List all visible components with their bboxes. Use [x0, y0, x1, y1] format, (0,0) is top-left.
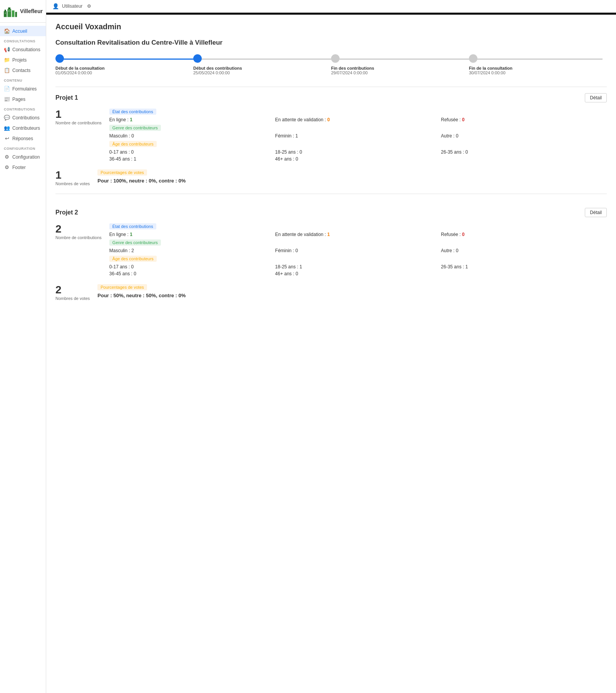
project-1-pourcentages-tag: Pourcentages de votes	[97, 169, 147, 176]
section-label-contributions: CONTRIBUTIONS	[0, 104, 46, 112]
project-2-contribution-details: État des contributions En ligne : 1 En a…	[109, 223, 607, 278]
svg-rect-0	[4, 11, 7, 17]
project-2-contributions-row: 2 Nombre de contributions État des contr…	[55, 223, 607, 278]
project-1-header: Projet 1 Détail	[55, 93, 607, 102]
project-1-contributions-row: 1 Nombre de contributions État des contr…	[55, 109, 607, 163]
contacts-icon: 📋	[4, 67, 10, 73]
project-2-age-36-45-value: 0	[134, 271, 136, 276]
project-1-vote-count: 1	[55, 169, 90, 181]
reponses-icon: ↩	[4, 136, 10, 141]
sidebar-label-formulaires: Formulaires	[12, 86, 37, 92]
sidebar-label-projets: Projets	[12, 57, 27, 63]
logo-text: Villefleur	[20, 8, 43, 14]
timeline: Début de la consultation 01/05/2024 0:00…	[55, 54, 607, 75]
project-1-etat-tag: État des contributions	[109, 109, 156, 115]
project-1-section: Projet 1 Détail 1 Nombre de contribution…	[55, 87, 607, 186]
timeline-step-4: Fin de la consultation 30/07/2024 0:00:0…	[469, 54, 607, 75]
svg-rect-7	[8, 10, 9, 12]
project-1-age-46plus: 46+ ans : 0	[275, 156, 441, 162]
project-1-autre-value: 0	[456, 133, 459, 139]
timeline-label-3: Fin des contributions	[331, 66, 374, 70]
project-2-feminin: Féminin : 0	[275, 248, 441, 253]
page-title: Accueil Voxadmin	[55, 22, 607, 31]
sidebar-label-configuration: Configuration	[12, 154, 40, 160]
project-2-contribution-count-block: 2 Nombre de contributions	[55, 223, 109, 240]
svg-rect-1	[7, 9, 11, 17]
main-content: Accueil Voxadmin Consultation Revitalisa…	[46, 15, 616, 693]
project-1-age-46plus-value: 0	[296, 156, 298, 162]
projets-icon: 📁	[4, 57, 10, 63]
svg-rect-3	[15, 12, 17, 17]
timeline-date-1: 01/05/2024 0:00:00	[55, 70, 92, 75]
sidebar-item-accueil[interactable]: 🏠 Accueil	[0, 26, 46, 36]
timeline-date-2: 25/05/2024 0:00:00	[193, 70, 230, 75]
sidebar-item-projets[interactable]: 📁 Projets	[0, 55, 46, 65]
project-2-detail-button[interactable]: Détail	[585, 208, 607, 217]
sidebar-item-reponses[interactable]: ↩ Réponses	[0, 133, 46, 144]
sidebar-label-accueil: Accueil	[12, 28, 27, 34]
project-2-age-26-35-value: 1	[465, 264, 468, 270]
project-1-vote-details: Pourcentages de votes Pour : 100%, neutr…	[97, 169, 607, 184]
contributions-icon: 💬	[4, 115, 10, 121]
project-1-contribution-count-block: 1 Nombre de contributions	[55, 109, 109, 125]
svg-rect-8	[10, 10, 10, 12]
sidebar-label-consultations: Consultations	[12, 47, 40, 52]
project-2-vote-details: Pourcentages de votes Pour : 50%, neutre…	[97, 284, 607, 298]
project-2-age-0-17-value: 0	[131, 264, 134, 270]
timeline-date-3: 29/07/2024 0:00:00	[331, 70, 368, 75]
project-2-genre-grid: Masculin : 2 Féminin : 0 Autre : 0	[109, 248, 607, 253]
project-2-age-18-25: 18-25 ans : 1	[275, 264, 441, 270]
sidebar-item-pages[interactable]: 📰 Pages	[0, 94, 46, 104]
project-1-feminin: Féminin : 1	[275, 133, 441, 139]
project-2-masculin: Masculin : 2	[109, 248, 275, 253]
project-1-age-36-45: 36-45 ans : 1	[109, 156, 275, 162]
gear-icon[interactable]: ⚙	[87, 3, 91, 9]
sidebar-item-formulaires[interactable]: 📄 Formulaires	[0, 84, 46, 94]
project-2-section: Projet 2 Détail 2 Nombre de contribution…	[55, 202, 607, 301]
svg-rect-6	[5, 13, 6, 14]
project-2-contribution-label: Nombre de contributions	[55, 235, 102, 240]
project-2-en-ligne-value: 1	[130, 232, 132, 237]
contributeurs-icon: 👥	[4, 125, 10, 131]
user-label: Utilisateur	[62, 3, 82, 9]
project-2-pourcentages-text: Pour : 50%, neutre : 50%, contre : 0%	[97, 293, 607, 298]
timeline-date-4: 30/07/2024 0:00:00	[469, 70, 506, 75]
project-2-feminin-value: 0	[295, 248, 298, 253]
project-1-pourcentages-text: Pour : 100%, neutre : 0%, contre : 0%	[97, 178, 607, 184]
sidebar-item-contacts[interactable]: 📋 Contacts	[0, 65, 46, 75]
sidebar-label-pages: Pages	[12, 97, 25, 102]
sidebar-item-contributeurs[interactable]: 👥 Contributeurs	[0, 123, 46, 133]
project-1-detail-button[interactable]: Détail	[585, 93, 607, 102]
project-1-contribution-details: État des contributions En ligne : 1 En a…	[109, 109, 607, 163]
timeline-step-3: Fin des contributions 29/07/2024 0:00:00	[331, 54, 469, 75]
footer-icon: ⚙	[4, 164, 10, 170]
project-2-age-tag: Âge des contributeurs	[109, 256, 157, 262]
sidebar-item-configuration[interactable]: ⚙ Configuration	[0, 152, 46, 162]
project-1-age-0-17: 0-17 ans : 0	[109, 149, 275, 155]
sidebar-item-contributions[interactable]: 💬 Contributions	[0, 112, 46, 123]
sidebar-item-consultations[interactable]: 📢 Consultations	[0, 44, 46, 55]
svg-rect-5	[8, 8, 10, 9]
sidebar-item-footer[interactable]: ⚙ Footer	[0, 162, 46, 172]
project-1-en-attente-value: 0	[327, 117, 330, 122]
project-2-etat-tag: État des contributions	[109, 223, 156, 229]
project-2-votes-row: 2 Nombres de votes Pourcentages de votes…	[55, 284, 607, 301]
project-1-vote-label: Nombres de votes	[55, 181, 90, 186]
project-1-genre-tag: Genre des contributeurs	[109, 125, 161, 131]
project-2-age-grid-1: 0-17 ans : 0 18-25 ans : 1 26-35 ans : 1	[109, 264, 607, 270]
project-1-title: Projet 1	[55, 94, 78, 101]
project-2-age-0-17: 0-17 ans : 0	[109, 264, 275, 270]
timeline-step-2: Début des contributions 25/05/2024 0:00:…	[193, 54, 331, 75]
project-1-contribution-count: 1	[55, 109, 102, 121]
section-label-consultations: CONSULTATIONS	[0, 36, 46, 44]
project-1-age-26-35: 26-35 ans : 0	[441, 149, 607, 155]
project-2-vote-count-block: 2 Nombres de votes	[55, 284, 97, 301]
project-2-en-ligne: En ligne : 1	[109, 232, 275, 237]
timeline-step-1: Début de la consultation 01/05/2024 0:00…	[55, 54, 193, 75]
project-1-feminin-value: 1	[295, 133, 298, 139]
sidebar-label-contributeurs: Contributeurs	[12, 126, 40, 131]
project-1-age-0-17-value: 0	[131, 149, 134, 155]
project-2-refusee: Refusée : 0	[441, 232, 607, 237]
logo-icon	[3, 4, 18, 18]
timeline-dot-4	[469, 54, 477, 63]
